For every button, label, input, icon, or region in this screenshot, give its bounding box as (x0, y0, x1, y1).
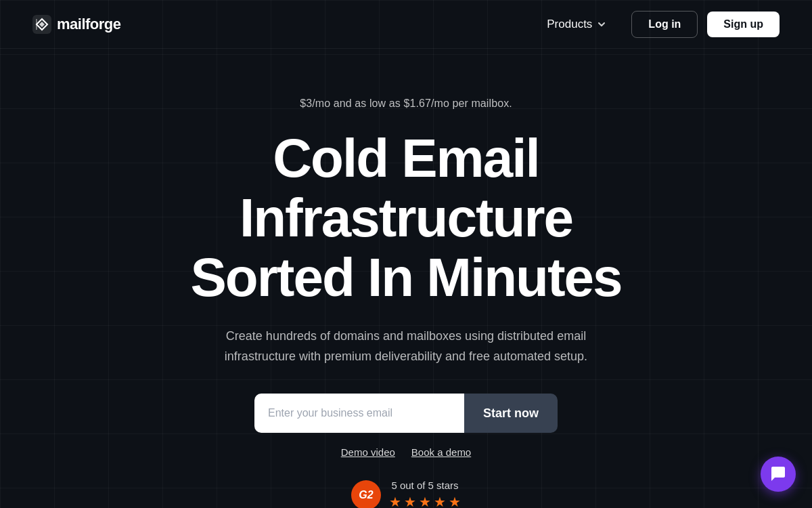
logo[interactable]: mailforge (32, 15, 121, 34)
star-5: ★ (449, 494, 461, 508)
chat-icon (769, 465, 787, 483)
products-nav-item[interactable]: Products (536, 12, 618, 37)
login-button[interactable]: Log in (631, 11, 698, 38)
start-now-button[interactable]: Start now (464, 394, 558, 433)
stars: ★ ★ ★ ★ ★ (389, 494, 461, 508)
star-3: ★ (419, 494, 431, 508)
book-demo-link[interactable]: Book a demo (411, 446, 471, 458)
hero-title-line1: Cold Email Infrastructure (240, 128, 572, 248)
main-nav: Products Log in Sign up (536, 11, 780, 38)
rating-section: G2 5 out of 5 stars ★ ★ ★ ★ ★ (351, 480, 461, 508)
star-2: ★ (404, 494, 416, 508)
email-form: Start now (254, 394, 558, 433)
email-input[interactable] (254, 394, 464, 433)
g2-label: G2 (359, 489, 373, 501)
hero-title: Cold Email Infrastructure Sorted In Minu… (135, 129, 677, 308)
star-4: ★ (434, 494, 446, 508)
form-links: Demo video Book a demo (341, 446, 471, 458)
products-label: Products (547, 18, 592, 31)
rating-info: 5 out of 5 stars ★ ★ ★ ★ ★ (389, 480, 461, 508)
rating-text: 5 out of 5 stars (389, 480, 461, 491)
pricing-tag: $3/mo and as low as $1.67/mo per mailbox… (300, 98, 512, 110)
signup-button[interactable]: Sign up (707, 12, 780, 37)
chevron-down-icon (596, 19, 607, 30)
star-1: ★ (389, 494, 401, 508)
hero-subtitle: Create hundreds of domains and mailboxes… (189, 326, 623, 366)
demo-video-link[interactable]: Demo video (341, 446, 395, 458)
chat-bubble[interactable] (761, 457, 796, 492)
hero-section: $3/mo and as low as $1.67/mo per mailbox… (0, 49, 812, 508)
g2-badge: G2 (351, 480, 381, 508)
logo-text: mailforge (57, 16, 121, 33)
hero-title-line2: Sorted In Minutes (190, 247, 621, 308)
logo-icon (32, 15, 51, 34)
header: mailforge Products Log in Sign up (0, 0, 812, 49)
